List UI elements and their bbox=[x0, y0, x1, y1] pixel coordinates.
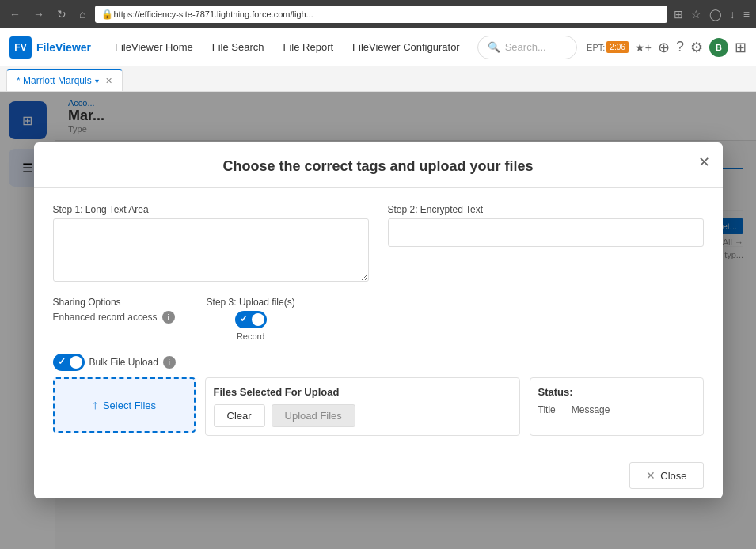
modal-overlay: Choose the correct tags and upload your … bbox=[0, 92, 756, 549]
bulk-toggle-check: ✓ bbox=[58, 356, 66, 367]
app-logo: FileViewer bbox=[36, 41, 91, 54]
ept-badge: 2:06 bbox=[606, 41, 628, 53]
modal-header: Choose the correct tags and upload your … bbox=[34, 142, 723, 188]
library-icon: ≡ bbox=[743, 8, 750, 21]
browser-icons: ⊞ ☆ ◯ ↓ ≡ bbox=[674, 8, 750, 21]
sharing-option: Enhanced record access i bbox=[53, 311, 175, 324]
sharing-info-icon[interactable]: i bbox=[162, 311, 175, 324]
status-col-message: Message bbox=[572, 404, 610, 415]
bulk-toggle-thumb bbox=[70, 356, 82, 369]
back-button[interactable]: ← bbox=[6, 6, 24, 22]
tab-bar: * Marriott Marquis ▾ ✕ bbox=[0, 66, 756, 92]
tab-close-icon[interactable]: ✕ bbox=[105, 76, 112, 86]
modal: Choose the correct tags and upload your … bbox=[34, 142, 723, 498]
url-bar[interactable]: 🔒 https://efficiency-site-7871.lightning… bbox=[95, 6, 667, 23]
grid-icon[interactable]: ⊞ bbox=[735, 39, 747, 56]
toggle-track[interactable]: ✓ bbox=[235, 311, 267, 328]
step2-group: Step 2: Encrypted Text bbox=[388, 204, 704, 284]
step1-textarea[interactable] bbox=[53, 218, 369, 282]
clear-button[interactable]: Clear bbox=[214, 404, 265, 427]
settings-icon[interactable]: ⚙ bbox=[690, 39, 703, 56]
search-placeholder: Search... bbox=[505, 41, 546, 53]
modal-title: Choose the correct tags and upload your … bbox=[222, 158, 533, 175]
nav-report[interactable]: File Report bbox=[275, 38, 342, 56]
nav-configurator[interactable]: FileViewer Configurator bbox=[344, 38, 468, 56]
user-avatar[interactable]: B bbox=[709, 38, 728, 57]
search-icon: 🔍 bbox=[488, 41, 500, 53]
files-panel: Files Selected For Upload Clear Upload F… bbox=[205, 377, 520, 436]
toggle-thumb bbox=[252, 313, 264, 326]
bulk-toggle-row: ✓ Bulk File Upload i bbox=[53, 354, 704, 371]
select-files-button[interactable]: ↑ Select Files bbox=[92, 398, 156, 412]
star-button[interactable]: ★+ bbox=[635, 41, 652, 54]
nav-search[interactable]: File Search bbox=[204, 38, 272, 56]
options-row: Sharing Options Enhanced record access i… bbox=[53, 297, 704, 341]
panel-actions: Clear Upload Files bbox=[214, 404, 511, 427]
upload-files-button[interactable]: Upload Files bbox=[272, 404, 355, 427]
close-x-icon: ✕ bbox=[646, 469, 655, 482]
bulk-toggle[interactable]: ✓ bbox=[53, 354, 85, 371]
files-panel-title: Files Selected For Upload bbox=[214, 386, 511, 398]
close-button[interactable]: ✕ Close bbox=[629, 462, 703, 489]
modal-close-x-button[interactable]: ✕ bbox=[698, 155, 710, 169]
dropzone[interactable]: ↑ Select Files bbox=[53, 377, 196, 433]
upload-arrow-icon: ↑ bbox=[92, 398, 98, 412]
add-icon[interactable]: ⊕ bbox=[658, 39, 670, 56]
main-nav: FileViewer Home File Search File Report … bbox=[107, 38, 468, 56]
app-header: FV FileViewer FileViewer Home File Searc… bbox=[0, 28, 756, 66]
browser-chrome: ← → ↻ ⌂ 🔒 https://efficiency-site-7871.l… bbox=[0, 0, 756, 28]
modal-body: Step 1: Long Text Area Step 2: Encrypted… bbox=[34, 188, 723, 452]
refresh-button[interactable]: ↻ bbox=[54, 6, 70, 22]
help-icon[interactable]: ? bbox=[676, 39, 684, 55]
status-col-title: Title bbox=[538, 404, 556, 415]
tab-dropdown-icon[interactable]: ▾ bbox=[95, 77, 99, 85]
upload-section: ↑ Select Files Files Selected For Upload… bbox=[53, 377, 704, 436]
toggle-check-icon: ✓ bbox=[240, 313, 248, 324]
header-actions: EPT: 2:06 ★+ ⊕ ? ⚙ B ⊞ bbox=[587, 38, 747, 57]
status-panel: Status: Title Message bbox=[530, 377, 704, 436]
sharing-label: Sharing Options bbox=[53, 297, 175, 308]
forward-button[interactable]: → bbox=[30, 6, 47, 22]
search-bar[interactable]: 🔍 Search... bbox=[477, 36, 577, 59]
step1-label: Step 1: Long Text Area bbox=[53, 204, 369, 215]
bulk-label: Bulk File Upload bbox=[89, 357, 158, 368]
step2-input[interactable] bbox=[388, 218, 704, 247]
status-title: Status: bbox=[538, 386, 695, 398]
url-text: https://efficiency-site-7871.lightning.f… bbox=[113, 9, 313, 19]
home-button[interactable]: ⌂ bbox=[76, 6, 89, 22]
nav-home[interactable]: FileViewer Home bbox=[107, 38, 201, 56]
sharing-group: Sharing Options Enhanced record access i bbox=[53, 297, 175, 324]
content-area: ⊞ ☰ Acco... Mar... Type Related ⭐ We... … bbox=[0, 92, 756, 549]
bulk-toggle-track[interactable]: ✓ bbox=[53, 354, 85, 371]
bookmark-icon: ☆ bbox=[691, 8, 701, 21]
step1-group: Step 1: Long Text Area bbox=[53, 204, 369, 284]
profile-icon: ◯ bbox=[709, 8, 722, 21]
status-cols: Title Message bbox=[538, 404, 695, 415]
step3-group: Step 3: Upload file(s) ✓ Record bbox=[207, 297, 295, 341]
step2-label: Step 2: Encrypted Text bbox=[388, 204, 704, 215]
form-row-steps: Step 1: Long Text Area Step 2: Encrypted… bbox=[53, 204, 704, 284]
toggle-label: Record bbox=[237, 331, 264, 341]
modal-footer: ✕ Close bbox=[34, 452, 723, 498]
tab-marriott-label: * Marriott Marquis bbox=[17, 75, 92, 86]
toggle-group: ✓ Record bbox=[207, 311, 295, 341]
bulk-info-icon[interactable]: i bbox=[163, 356, 176, 369]
dropzone-wrapper: ↑ Select Files bbox=[53, 377, 196, 436]
tab-marriott[interactable]: * Marriott Marquis ▾ ✕ bbox=[6, 69, 123, 91]
ept-label: EPT: 2:06 bbox=[587, 41, 629, 53]
record-toggle[interactable]: ✓ bbox=[235, 311, 267, 328]
step3-label: Step 3: Upload file(s) bbox=[207, 297, 295, 308]
extensions-icon: ⊞ bbox=[674, 8, 683, 21]
download-icon: ↓ bbox=[730, 8, 735, 21]
enhanced-access-label: Enhanced record access bbox=[53, 312, 158, 323]
